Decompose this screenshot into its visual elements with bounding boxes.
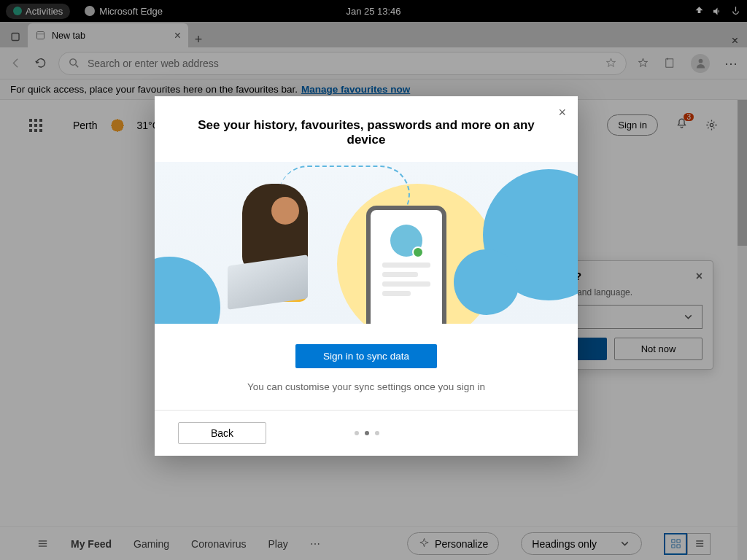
- modal-title: See your history, favourites, passwords …: [155, 96, 578, 162]
- modal-pager: [355, 431, 379, 435]
- sign-in-sync-button[interactable]: Sign in to sync data: [295, 344, 437, 368]
- pager-dot-active: [365, 431, 369, 435]
- sync-modal: × See your history, favourites, password…: [155, 96, 578, 456]
- modal-illustration: ⟳: [155, 162, 578, 324]
- pager-dot: [355, 431, 359, 435]
- pager-dot: [375, 431, 379, 435]
- modal-subtext: You can customise your sync settings onc…: [184, 381, 549, 392]
- modal-close-button[interactable]: ×: [558, 105, 566, 120]
- modal-back-button[interactable]: Back: [178, 422, 266, 444]
